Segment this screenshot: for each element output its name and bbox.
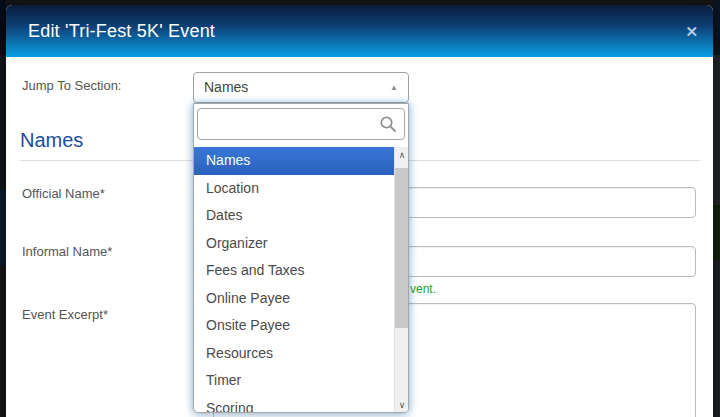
official-name-label: Official Name* bbox=[22, 186, 105, 201]
dropdown-option[interactable]: Timer bbox=[194, 367, 395, 395]
modal-title: Edit 'Tri-Fest 5K' Event bbox=[28, 21, 215, 42]
scroll-up-icon[interactable]: ∧ bbox=[395, 147, 409, 163]
dropdown-option[interactable]: Dates bbox=[194, 202, 395, 230]
dropdown-option[interactable]: Location bbox=[194, 175, 395, 203]
screen: Edit 'Tri-Fest 5K' Event ✕ Jump To Secti… bbox=[0, 0, 720, 417]
informal-name-label: Informal Name* bbox=[22, 244, 112, 259]
dropdown-scrollbar[interactable]: ∧ ∨ bbox=[394, 147, 408, 413]
dropdown-selected-value: Names bbox=[204, 73, 248, 102]
dropdown-search-input[interactable] bbox=[197, 108, 405, 140]
dropdown-option[interactable]: Online Payee bbox=[194, 285, 395, 313]
modal-header: Edit 'Tri-Fest 5K' Event ✕ bbox=[6, 5, 713, 57]
section-heading: Names bbox=[20, 129, 83, 152]
dropdown-toggle-button[interactable]: Names ▲ bbox=[193, 72, 409, 103]
informal-name-helper-text: vent. bbox=[410, 282, 436, 296]
dropdown-panel: NamesLocationDatesOrganizerFees and Taxe… bbox=[193, 103, 409, 413]
edit-event-modal: Edit 'Tri-Fest 5K' Event ✕ Jump To Secti… bbox=[6, 5, 713, 417]
dropdown-search-wrap bbox=[197, 108, 405, 140]
dropdown-options: NamesLocationDatesOrganizerFees and Taxe… bbox=[194, 147, 395, 413]
backdrop-fragment bbox=[713, 55, 720, 205]
close-icon[interactable]: ✕ bbox=[685, 24, 698, 39]
dropdown-option[interactable]: Onsite Payee bbox=[194, 312, 395, 340]
backdrop-fragment bbox=[713, 260, 720, 417]
jump-to-section-dropdown: Names ▲ NamesLocationDatesOrganizerFees … bbox=[193, 72, 409, 417]
scrollbar-thumb[interactable] bbox=[395, 168, 409, 328]
backdrop-fragment bbox=[713, 0, 720, 55]
backdrop-fragment bbox=[713, 205, 720, 260]
scroll-down-icon[interactable]: ∨ bbox=[395, 397, 409, 413]
dropdown-option[interactable]: Resources bbox=[194, 340, 395, 368]
event-excerpt-label: Event Excerpt* bbox=[22, 307, 108, 322]
chevron-up-icon: ▲ bbox=[390, 83, 398, 92]
dropdown-option[interactable]: Fees and Taxes bbox=[194, 257, 395, 285]
dropdown-option[interactable]: Scoring bbox=[194, 395, 395, 414]
search-icon bbox=[379, 115, 397, 133]
dropdown-option[interactable]: Names bbox=[194, 147, 395, 175]
jump-to-section-label: Jump To Section: bbox=[22, 78, 121, 93]
dropdown-option[interactable]: Organizer bbox=[194, 230, 395, 258]
